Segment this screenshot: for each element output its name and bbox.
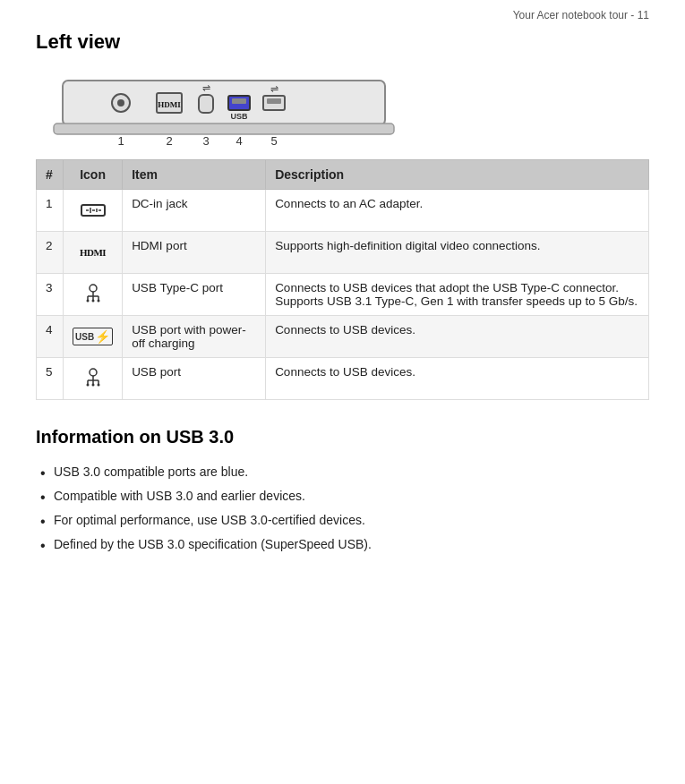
svg-text:5: 5 bbox=[270, 134, 277, 148]
cell-description: Connects to USB devices. bbox=[266, 316, 649, 358]
bullet-item: USB 3.0 compatible ports are blue. bbox=[36, 460, 649, 484]
cell-item: USB port bbox=[123, 358, 266, 400]
svg-text:1: 1 bbox=[117, 134, 124, 148]
cell-description: Connects to USB devices. bbox=[266, 358, 649, 400]
icon-usbc bbox=[73, 281, 113, 308]
usb-power-icon: USB⚡ bbox=[73, 328, 113, 345]
svg-point-38 bbox=[86, 384, 89, 387]
svg-text:4: 4 bbox=[235, 134, 242, 148]
laptop-diagram: HDMI ⇌ USB ⇌ 1 2 3 4 5 bbox=[36, 72, 649, 155]
svg-text:3: 3 bbox=[202, 134, 209, 148]
col-header-icon: Icon bbox=[64, 160, 123, 190]
svg-text:HDMI: HDMI bbox=[158, 100, 181, 109]
svg-text:2: 2 bbox=[166, 134, 172, 148]
bullet-item: For optimal performance, use USB 3.0-cer… bbox=[36, 508, 649, 533]
svg-point-32 bbox=[91, 300, 94, 303]
col-header-num: # bbox=[37, 160, 64, 190]
svg-point-31 bbox=[97, 300, 99, 303]
bullet-list: USB 3.0 compatible ports are blue.Compat… bbox=[36, 460, 649, 557]
svg-point-3 bbox=[117, 99, 124, 107]
table-row: 3USB Type-C portConnects to USB devices … bbox=[37, 274, 649, 316]
icon-dc bbox=[73, 197, 113, 224]
cell-icon: HDMI bbox=[64, 232, 123, 274]
cell-item: HDMI port bbox=[123, 232, 266, 274]
info-section-title: Information on USB 3.0 bbox=[36, 427, 649, 447]
icon-usba bbox=[73, 365, 113, 392]
features-table: # Icon Item Description 1DC-in jackConne… bbox=[36, 159, 649, 400]
hdmi-text-icon: HDMI bbox=[80, 247, 106, 258]
cell-num: 5 bbox=[37, 358, 64, 400]
cell-description: Connects to USB devices that adopt the U… bbox=[266, 274, 649, 316]
table-header-row: # Icon Item Description bbox=[37, 160, 649, 190]
svg-text:⇌: ⇌ bbox=[202, 82, 210, 93]
icon-usbpow: USB⚡ bbox=[73, 323, 113, 350]
svg-rect-6 bbox=[199, 95, 213, 113]
svg-text:⇌: ⇌ bbox=[270, 83, 278, 94]
cell-item: USB port with power-off charging bbox=[123, 316, 266, 358]
left-view-title: Left view bbox=[36, 30, 649, 54]
cell-num: 2 bbox=[37, 232, 64, 274]
table-row: 5USB portConnects to USB devices. bbox=[37, 358, 649, 400]
table-row: 2HDMIHDMI portSupports high-definition d… bbox=[37, 232, 649, 274]
cell-item: USB Type-C port bbox=[123, 274, 266, 316]
svg-rect-1 bbox=[54, 124, 394, 134]
cell-num: 1 bbox=[37, 190, 64, 232]
cell-description: Connects to an AC adapter. bbox=[266, 190, 649, 232]
page-header: Your Acer notebook tour - 11 bbox=[36, 9, 649, 21]
bullet-item: Compatible with USB 3.0 and earlier devi… bbox=[36, 484, 649, 508]
svg-point-40 bbox=[91, 384, 94, 387]
col-header-desc: Description bbox=[266, 160, 649, 190]
cell-description: Supports high-definition digital video c… bbox=[266, 232, 649, 274]
svg-point-39 bbox=[97, 384, 99, 387]
cell-num: 4 bbox=[37, 316, 64, 358]
table-row: 1DC-in jackConnects to an AC adapter. bbox=[37, 190, 649, 232]
svg-rect-9 bbox=[232, 98, 246, 104]
bullet-item: Defined by the USB 3.0 specification (Su… bbox=[36, 533, 649, 557]
svg-point-25 bbox=[90, 285, 97, 292]
laptop-svg: HDMI ⇌ USB ⇌ 1 2 3 4 5 bbox=[36, 72, 412, 152]
svg-point-30 bbox=[86, 300, 89, 303]
col-header-item: Item bbox=[123, 160, 266, 190]
cell-icon bbox=[64, 358, 123, 400]
cell-item: DC-in jack bbox=[123, 190, 266, 232]
cell-icon bbox=[64, 274, 123, 316]
cell-icon: USB⚡ bbox=[64, 316, 123, 358]
cell-num: 3 bbox=[37, 274, 64, 316]
icon-hdmi: HDMI bbox=[73, 239, 113, 266]
table-row: 4USB⚡USB port with power-off chargingCon… bbox=[37, 316, 649, 358]
svg-point-33 bbox=[90, 369, 97, 376]
header-text: Your Acer notebook tour - 11 bbox=[513, 9, 649, 21]
svg-rect-12 bbox=[267, 98, 281, 104]
svg-text:USB: USB bbox=[230, 112, 248, 121]
cell-icon bbox=[64, 190, 123, 232]
